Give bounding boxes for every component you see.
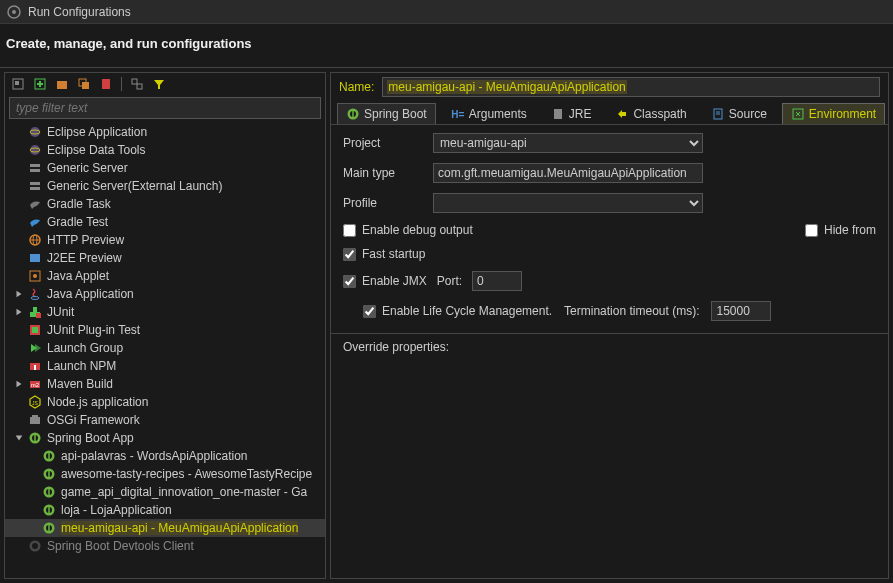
tab-label: Classpath <box>633 107 686 121</box>
port-label: Port: <box>437 274 462 288</box>
tree-item-label: Java Applet <box>47 269 109 283</box>
tab-spring-boot[interactable]: Spring Boot <box>337 103 436 124</box>
tree-item[interactable]: JUnit <box>5 303 325 321</box>
svg-point-1 <box>12 10 16 14</box>
window-title: Run Configurations <box>28 5 131 19</box>
tree-item[interactable]: JUnit Plug-in Test <box>5 321 325 339</box>
tree-item[interactable]: Spring Boot App <box>5 429 325 447</box>
expander-icon[interactable] <box>13 378 25 390</box>
tree-item-label: game_api_digital_innovation_one-master -… <box>61 485 307 499</box>
source-icon <box>711 107 725 121</box>
tab-label: Spring Boot <box>364 107 427 121</box>
export-button[interactable] <box>53 75 71 93</box>
name-input[interactable]: meu-amigau-api - MeuAmigauApiApplication <box>382 77 880 97</box>
svg-point-28 <box>31 297 39 300</box>
tree-item[interactable]: Eclipse Application <box>5 123 325 141</box>
left-panel: Eclipse ApplicationEclipse Data ToolsGen… <box>4 72 326 579</box>
nodejs-icon: JS <box>27 395 43 409</box>
spring-icon <box>346 107 360 121</box>
port-input[interactable] <box>472 271 522 291</box>
expander-icon[interactable] <box>13 306 25 318</box>
app-icon <box>6 4 22 20</box>
svg-rect-34 <box>34 365 36 370</box>
expander-icon[interactable] <box>13 432 25 444</box>
spring-gray-icon <box>27 539 43 553</box>
tab-label: Arguments <box>469 107 527 121</box>
tree-item[interactable]: Java Applet <box>5 267 325 285</box>
expander-icon[interactable] <box>13 288 25 300</box>
tree-item[interactable]: Eclipse Data Tools <box>5 141 325 159</box>
filter-button[interactable] <box>150 75 168 93</box>
tree-item-label: Launch Group <box>47 341 123 355</box>
tree-item[interactable]: Gradle Task <box>5 195 325 213</box>
svg-rect-7 <box>57 81 67 89</box>
enable-debug-checkbox[interactable]: Enable debug output <box>343 223 473 237</box>
name-label: Name: <box>339 80 374 94</box>
duplicate-button[interactable] <box>75 75 93 93</box>
j2ee-icon <box>27 251 43 265</box>
tab-bar: Spring BootH=ArgumentsJREClasspathSource… <box>331 101 888 125</box>
tree-item-label: meu-amigau-api - MeuAmigauApiApplication <box>61 521 298 535</box>
tab-source[interactable]: Source <box>702 103 776 124</box>
tree-item-label: HTTP Preview <box>47 233 124 247</box>
tree-item[interactable]: meu-amigau-api - MeuAmigauApiApplication <box>5 519 325 537</box>
project-label: Project <box>343 136 423 150</box>
tree-item[interactable]: Spring Boot Devtools Client <box>5 537 325 555</box>
tree-item[interactable]: OSGi Framework <box>5 411 325 429</box>
hide-from-checkbox[interactable]: Hide from <box>805 223 876 237</box>
delete-button[interactable] <box>97 75 115 93</box>
svg-rect-24 <box>30 254 40 262</box>
http-icon <box>27 233 43 247</box>
tree-item[interactable]: m2Maven Build <box>5 375 325 393</box>
tab-arguments[interactable]: H=Arguments <box>442 103 536 124</box>
spring-icon <box>27 431 43 445</box>
tree-item-label: Gradle Task <box>47 197 111 211</box>
termination-label: Termination timeout (ms): <box>564 304 699 318</box>
tree-item[interactable]: JSNode.js application <box>5 393 325 411</box>
tree-item[interactable]: Generic Server(External Launch) <box>5 177 325 195</box>
args-icon: H= <box>451 107 465 121</box>
tree-item[interactable]: J2EE Preview <box>5 249 325 267</box>
main-type-label: Main type <box>343 166 423 180</box>
enable-lifecycle-checkbox[interactable]: Enable Life Cycle Management. <box>363 304 552 318</box>
tab-environment[interactable]: Environment <box>782 103 885 124</box>
collapse-all-button[interactable] <box>128 75 146 93</box>
tree-item[interactable]: api-palavras - WordsApiApplication <box>5 447 325 465</box>
svg-rect-40 <box>32 415 38 417</box>
maven-icon: m2 <box>27 377 43 391</box>
main-type-input[interactable] <box>433 163 703 183</box>
enable-jmx-checkbox[interactable]: Enable JMX <box>343 274 427 288</box>
tree-item[interactable]: Gradle Test <box>5 213 325 231</box>
tree-item[interactable]: Java Application <box>5 285 325 303</box>
spring-icon <box>41 521 57 535</box>
svg-rect-3 <box>15 81 19 85</box>
tree-item[interactable]: loja - LojaApplication <box>5 501 325 519</box>
tree-item[interactable]: Generic Server <box>5 159 325 177</box>
svg-rect-32 <box>32 327 38 333</box>
termination-input[interactable] <box>711 301 771 321</box>
junit-icon <box>27 305 43 319</box>
config-tree[interactable]: Eclipse ApplicationEclipse Data ToolsGen… <box>5 121 325 578</box>
svg-rect-65 <box>554 109 562 119</box>
tree-item-label: Generic Server <box>47 161 128 175</box>
tree-item[interactable]: awesome-tasty-recipes - AwesomeTastyReci… <box>5 465 325 483</box>
osgi-icon <box>27 413 43 427</box>
tree-item[interactable]: Launch NPM <box>5 357 325 375</box>
server-icon <box>27 161 43 175</box>
new-prototype-button[interactable] <box>31 75 49 93</box>
fast-startup-checkbox[interactable]: Fast startup <box>343 247 425 261</box>
project-select[interactable]: meu-amigau-api <box>433 133 703 153</box>
tab-classpath[interactable]: Classpath <box>606 103 695 124</box>
classpath-icon <box>615 107 629 121</box>
profile-select[interactable] <box>433 193 703 213</box>
eclipse-icon <box>27 143 43 157</box>
svg-rect-18 <box>30 169 40 172</box>
form-area: Project meu-amigau-api Main type Profile… <box>331 125 888 329</box>
tree-item[interactable]: Launch Group <box>5 339 325 357</box>
gradle-blue-icon <box>27 215 43 229</box>
tree-item[interactable]: HTTP Preview <box>5 231 325 249</box>
filter-input[interactable] <box>9 97 321 119</box>
new-config-button[interactable] <box>9 75 27 93</box>
tab-jre[interactable]: JRE <box>542 103 601 124</box>
tree-item[interactable]: game_api_digital_innovation_one-master -… <box>5 483 325 501</box>
